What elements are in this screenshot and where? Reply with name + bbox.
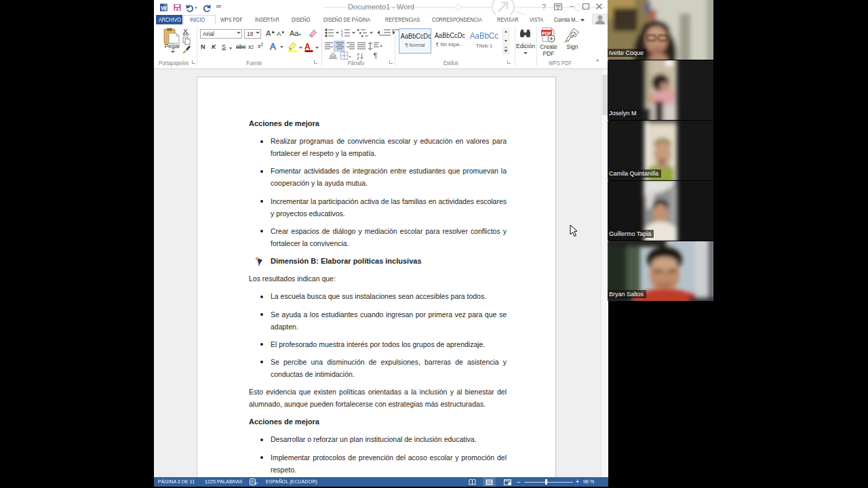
svg-text:¶: ¶ bbox=[374, 52, 378, 60]
svg-text:A: A bbox=[270, 41, 276, 52]
svg-text:3: 3 bbox=[341, 35, 343, 37]
svg-text:PDF: PDF bbox=[542, 31, 552, 36]
svg-text:A: A bbox=[304, 42, 311, 52]
svg-text:A: A bbox=[357, 52, 360, 56]
